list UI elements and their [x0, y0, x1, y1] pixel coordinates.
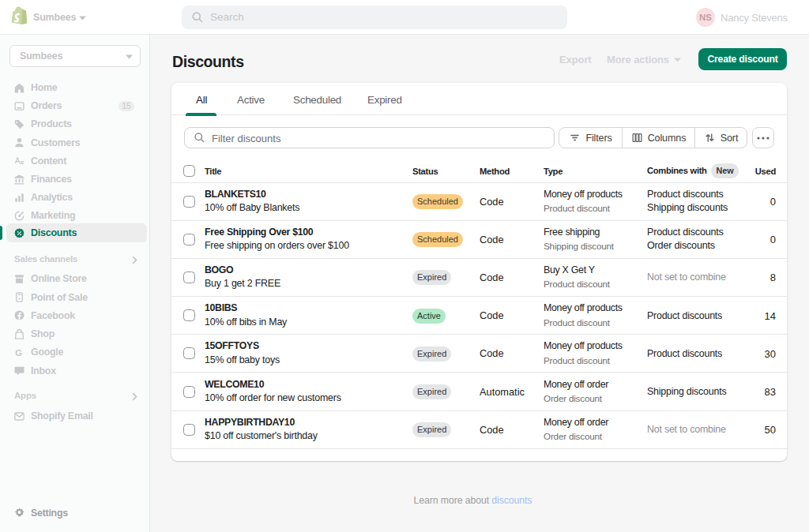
svg-text:G: G — [15, 347, 22, 357]
